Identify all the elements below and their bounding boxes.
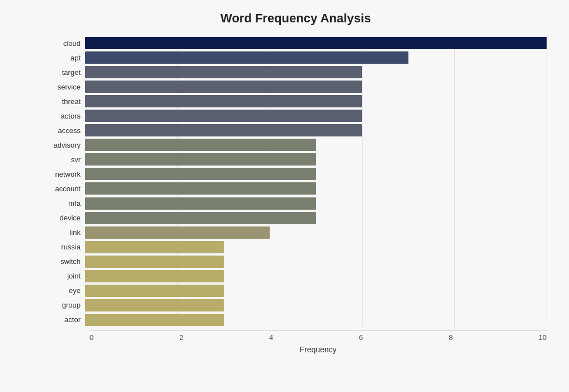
- bar-track: [85, 299, 547, 311]
- bar-label: joint: [45, 272, 85, 280]
- bar-track: [85, 182, 547, 195]
- bar-fill: [85, 197, 316, 210]
- bar-track: [85, 95, 547, 107]
- bars-section: cloudapttargetservicethreatactorsaccessa…: [45, 36, 547, 327]
- bar-track: [85, 110, 547, 122]
- bar-label: target: [45, 68, 85, 77]
- x-axis-line: [90, 330, 547, 331]
- bar-fill: [85, 168, 316, 180]
- x-tick: 4: [269, 333, 273, 342]
- bar-label: group: [45, 301, 85, 309]
- bar-row: device: [45, 211, 547, 225]
- bar-label: actor: [45, 315, 85, 324]
- bar-track: [85, 256, 547, 268]
- bar-row: apt: [45, 50, 547, 65]
- bar-row: network: [45, 167, 547, 181]
- bar-label: actors: [45, 112, 85, 120]
- bar-label: link: [45, 228, 85, 237]
- bar-row: cloud: [45, 36, 547, 50]
- bar-fill: [85, 212, 316, 224]
- x-tick: 2: [180, 333, 184, 342]
- bar-label: advisory: [45, 141, 85, 149]
- bar-fill: [85, 285, 224, 297]
- chart-container: Word Frequency Analysis cloudapttargetse…: [0, 0, 569, 392]
- bar-track: [85, 168, 547, 180]
- bar-fill: [85, 314, 224, 326]
- grid-line: [547, 36, 547, 327]
- bar-row: mfa: [45, 196, 547, 211]
- bar-track: [85, 270, 547, 282]
- bar-row: switch: [45, 254, 547, 269]
- x-tick: 10: [539, 333, 547, 342]
- x-axis: 0246810 Frequency: [45, 330, 547, 354]
- x-tick: 0: [90, 333, 93, 342]
- bar-row: actor: [45, 313, 547, 327]
- bar-label: svr: [45, 155, 85, 164]
- bar-label: switch: [45, 257, 85, 266]
- bar-row: service: [45, 79, 547, 94]
- bar-label: russia: [45, 243, 85, 251]
- bar-fill: [85, 139, 316, 151]
- bar-label: service: [45, 83, 85, 91]
- bar-fill: [85, 182, 316, 195]
- bar-fill: [85, 95, 362, 107]
- x-tick: 6: [359, 333, 363, 342]
- bar-fill: [85, 124, 362, 136]
- bar-track: [85, 285, 547, 297]
- bar-label: device: [45, 214, 85, 222]
- bar-track: [85, 197, 547, 210]
- bar-fill: [85, 81, 362, 93]
- bar-track: [85, 139, 547, 151]
- chart-title: Word Frequency Analysis: [45, 11, 547, 26]
- bar-label: apt: [45, 54, 85, 62]
- bar-row: advisory: [45, 138, 547, 152]
- bar-row: eye: [45, 284, 547, 298]
- bar-track: [85, 226, 547, 239]
- bar-track: [85, 66, 547, 78]
- bar-label: cloud: [45, 39, 85, 48]
- bar-row: threat: [45, 94, 547, 108]
- bar-fill: [85, 241, 224, 253]
- bar-track: [85, 51, 547, 64]
- x-tick: 8: [449, 333, 453, 342]
- bar-label: mfa: [45, 199, 85, 207]
- bar-fill: [85, 226, 270, 239]
- bar-fill: [85, 270, 224, 282]
- bar-track: [85, 314, 547, 326]
- bar-track: [85, 81, 547, 93]
- bar-fill: [85, 37, 547, 49]
- x-ticks: 0246810: [90, 333, 547, 342]
- bar-label: network: [45, 170, 85, 178]
- bar-track: [85, 212, 547, 224]
- bar-row: svr: [45, 152, 547, 167]
- bar-fill: [85, 110, 362, 122]
- bar-track: [85, 37, 547, 49]
- x-axis-label: Frequency: [90, 345, 547, 354]
- bar-row: russia: [45, 240, 547, 254]
- bar-row: group: [45, 298, 547, 313]
- bar-row: account: [45, 181, 547, 196]
- bar-label: eye: [45, 286, 85, 295]
- bar-fill: [85, 51, 408, 64]
- bar-fill: [85, 256, 224, 268]
- bar-track: [85, 153, 547, 166]
- bar-row: access: [45, 123, 547, 138]
- bar-label: threat: [45, 97, 85, 106]
- bar-track: [85, 124, 547, 136]
- bar-fill: [85, 299, 224, 311]
- bar-row: target: [45, 65, 547, 79]
- bar-track: [85, 241, 547, 253]
- bar-label: account: [45, 185, 85, 193]
- bar-fill: [85, 153, 316, 166]
- bar-fill: [85, 66, 362, 78]
- bar-label: access: [45, 126, 85, 135]
- bar-row: actors: [45, 108, 547, 123]
- bar-row: joint: [45, 269, 547, 284]
- bar-row: link: [45, 225, 547, 240]
